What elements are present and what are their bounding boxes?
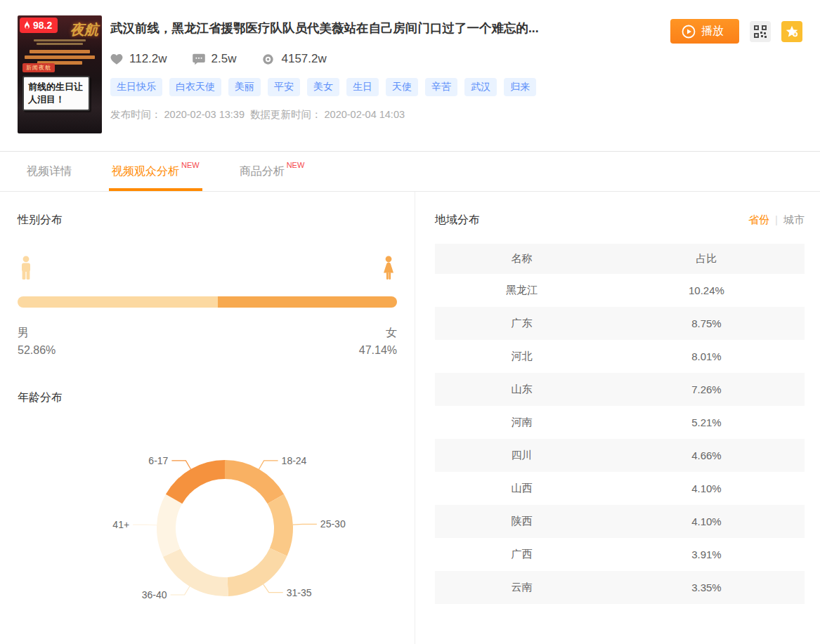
- region-percent-cell: 8.01%: [609, 340, 805, 373]
- age-donut-chart: 18-2425-3031-3536-4041+6-17: [18, 414, 397, 624]
- age-slice-25-30[interactable]: [268, 494, 293, 556]
- age-section-title: 年龄分布: [18, 390, 397, 405]
- male-bar-segment[interactable]: [18, 296, 218, 308]
- video-meta: 发布时间：2020-02-03 13:39 数据更新时间：2020-02-04 …: [110, 108, 802, 121]
- update-time-value: 2020-02-04 14:03: [325, 109, 405, 120]
- age-label-36-40: 36-40: [142, 589, 167, 600]
- thumbnail-show-logo: 夜航: [70, 20, 98, 39]
- video-tag[interactable]: 辛苦: [425, 78, 457, 96]
- gender-icons: [18, 256, 397, 281]
- caption-line: [30, 50, 90, 53]
- video-thumbnail[interactable]: 夜航 新闻夜航 前线的生日让人泪目！ 98.2: [18, 15, 102, 133]
- tab-视频观众分析[interactable]: 视频观众分析NEW: [112, 152, 200, 191]
- play-icon: [682, 25, 696, 39]
- tab-视频详情[interactable]: 视频详情: [27, 152, 72, 191]
- age-label-6-17: 6-17: [148, 455, 168, 466]
- region-scope-toggle: 省份|城市: [748, 213, 805, 227]
- age-label-31-35: 31-35: [287, 587, 312, 598]
- region-name-cell: 云南: [435, 571, 609, 604]
- region-toggle-城市[interactable]: 城市: [783, 213, 805, 225]
- video-stats: 112.2w2.5w4157.2w: [110, 52, 802, 66]
- video-tag[interactable]: 生日快乐: [110, 78, 162, 96]
- flame-icon: [23, 20, 31, 30]
- age-slice-18-24[interactable]: [225, 460, 284, 504]
- age-slice-6-17[interactable]: [166, 460, 225, 504]
- region-row: 云南3.35%: [435, 571, 805, 604]
- region-name-cell: 黑龙江: [435, 274, 609, 307]
- video-tags: 生日快乐白衣天使美丽平安美女生日天使辛苦武汉归来: [110, 78, 802, 96]
- audience-analysis-panel: 性别分布: [0, 192, 820, 644]
- female-bar-segment[interactable]: [218, 296, 397, 308]
- qrcode-icon: [754, 25, 767, 38]
- female-icon: [380, 256, 397, 281]
- region-row: 广西3.91%: [435, 538, 805, 571]
- age-label-line: [293, 524, 317, 525]
- region-percent-cell: 3.91%: [609, 538, 805, 571]
- play-button[interactable]: 播放: [670, 19, 739, 44]
- video-tag[interactable]: 白衣天使: [169, 78, 221, 96]
- region-name-cell: 山西: [435, 472, 609, 505]
- stat-comments: 2.5w: [193, 52, 237, 66]
- region-row: 黑龙江10.24%: [435, 274, 805, 307]
- age-label-line: [171, 586, 190, 595]
- tab-bar: 视频详情视频观众分析NEW商品分析NEW: [0, 151, 820, 192]
- male-label: 男: [18, 324, 56, 341]
- region-percent-cell: 8.75%: [609, 307, 805, 340]
- play-button-label: 播放: [701, 24, 724, 39]
- region-column-header: 名称: [435, 244, 609, 274]
- hot-score-value: 98.2: [33, 20, 52, 31]
- tab-label: 商品分析: [240, 164, 285, 179]
- thumbnail-caption-bubble: 前线的生日让人泪目！: [22, 76, 90, 111]
- age-label-line: [259, 461, 278, 469]
- caption-line: [37, 43, 83, 45]
- age-label-18-24: 18-24: [282, 455, 307, 466]
- region-row: 陕西4.10%: [435, 505, 805, 538]
- caption-line: [25, 55, 95, 59]
- age-slice-31-35[interactable]: [228, 548, 287, 596]
- video-tag[interactable]: 平安: [268, 78, 300, 96]
- age-label-line: [133, 525, 157, 525]
- video-tag[interactable]: 美女: [307, 78, 339, 96]
- video-tag[interactable]: 天使: [386, 78, 418, 96]
- eye-icon: [261, 53, 275, 65]
- favorite-button[interactable]: [781, 21, 802, 42]
- stat-value: 112.2w: [129, 52, 167, 66]
- video-info: 武汉前线，黑龙江省援鄂医疗队队员代美薇站在自己房间门口过了一个难忘的... 播放: [110, 15, 802, 151]
- region-name-cell: 河南: [435, 406, 609, 439]
- region-percent-cell: 4.10%: [609, 472, 805, 505]
- thumbnail-channel-chip: 新闻夜航: [22, 63, 55, 72]
- video-tag[interactable]: 美丽: [228, 78, 261, 96]
- caption-line: [34, 39, 86, 41]
- region-row: 河北8.01%: [435, 340, 805, 373]
- region-toggle-省份[interactable]: 省份: [748, 213, 769, 225]
- tab-label: 视频观众分析: [112, 164, 179, 179]
- age-label-line: [171, 461, 190, 469]
- age-label-line: [263, 584, 283, 593]
- age-slice-41+[interactable]: [157, 494, 182, 557]
- comment-icon: [193, 53, 205, 65]
- region-name-cell: 四川: [435, 439, 609, 472]
- video-analytics-page: 夜航 新闻夜航 前线的生日让人泪目！ 98.2 武汉前线，黑龙江省援鄂医疗队: [0, 0, 820, 644]
- region-percent-cell: 10.24%: [609, 274, 805, 307]
- stat-value: 4157.2w: [281, 52, 326, 66]
- region-row: 山西4.10%: [435, 472, 805, 505]
- female-label: 女: [359, 324, 397, 341]
- age-slice-36-40[interactable]: [163, 548, 228, 596]
- video-tag[interactable]: 武汉: [464, 78, 497, 96]
- video-tag[interactable]: 归来: [504, 78, 536, 96]
- gender-labels: 男 52.86% 女 47.14%: [18, 324, 397, 360]
- tab-商品分析[interactable]: 商品分析NEW: [240, 152, 305, 191]
- qrcode-button[interactable]: [750, 21, 771, 42]
- publish-time-value: 2020-02-03 13:39: [164, 109, 245, 120]
- age-label-25-30: 25-30: [320, 518, 346, 530]
- demographics-column: 性别分布: [0, 192, 415, 644]
- region-row: 山东7.26%: [435, 373, 805, 406]
- region-percent-cell: 5.21%: [609, 406, 805, 439]
- region-percent-cell: 4.10%: [609, 505, 805, 538]
- video-tag[interactable]: 生日: [346, 78, 379, 96]
- age-label-41+: 41+: [112, 519, 129, 530]
- region-row: 河南5.21%: [435, 406, 805, 439]
- male-icon: [18, 256, 34, 281]
- region-section-title: 地域分布: [435, 213, 480, 228]
- male-percent: 52.86%: [18, 341, 56, 360]
